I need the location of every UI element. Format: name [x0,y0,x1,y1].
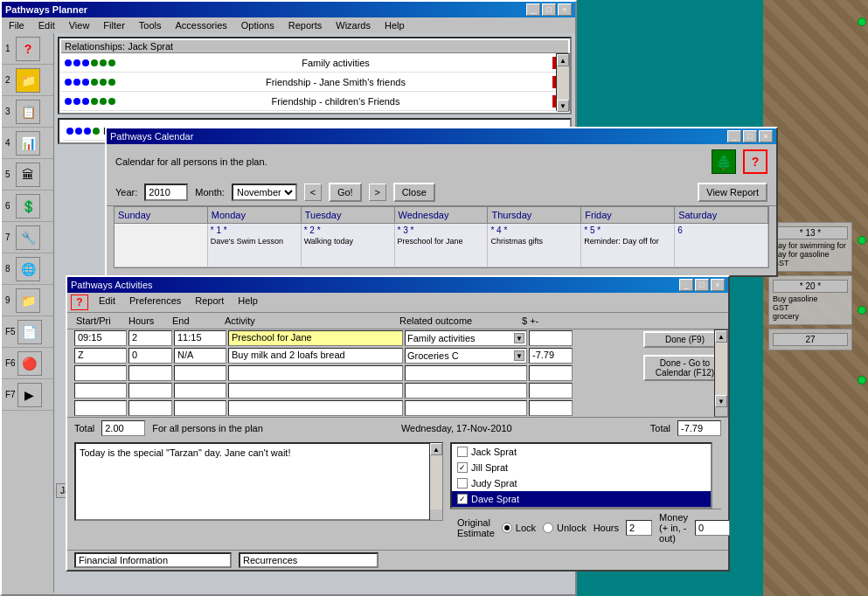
act-start-1[interactable]: 09:15 [74,330,127,346]
month-select[interactable]: November December January [232,184,297,201]
menu-view[interactable]: View [66,19,94,31]
act-activity-1[interactable]: Preschool for Jane [228,330,403,346]
year-input[interactable] [144,184,188,201]
close-button[interactable]: × [558,3,572,16]
cal-cell-6[interactable]: 6 [675,224,768,267]
person-dave-checkbox[interactable]: ✓ [457,494,468,504]
help-icon-cal[interactable]: ? [743,149,767,174]
act-amount-4[interactable] [529,383,573,398]
act-scrollbar[interactable]: ▲ ▼ [714,329,728,417]
act-minimize-btn[interactable]: _ [679,279,693,291]
menu-edit[interactable]: Edit [35,19,59,31]
cal-maximize-btn[interactable]: □ [743,130,757,142]
sidebar-item-9[interactable]: 9 📁 [2,285,53,316]
act-end-1[interactable]: 11:15 [174,330,226,346]
nav-dot-4[interactable] [858,376,866,385]
act-start-5[interactable] [74,400,127,416]
person-dave[interactable]: ✓ Dave Sprat [452,491,711,507]
cal-minimize-btn[interactable]: _ [727,130,741,142]
cal-cell-1[interactable]: * 1 * Dave's Swim Lesson [208,224,302,267]
act-start-2[interactable]: Z [74,348,127,364]
nav-dot-3[interactable] [858,306,866,315]
menu-wizards[interactable]: Wizards [332,19,374,31]
act-hours-2[interactable]: 0 [128,348,172,364]
person-judy-checkbox[interactable] [457,478,468,489]
close-button[interactable]: Close [393,183,435,202]
person-jill[interactable]: ✓ Jill Sprat [452,460,711,475]
lock-radio[interactable] [502,523,512,533]
cal-close-btn[interactable]: × [759,130,773,142]
total-amount-input[interactable] [677,420,721,436]
act-end-2[interactable]: N/A [174,348,226,364]
sidebar-item-2[interactable]: 2 📁 [2,65,53,96]
act-menu-report[interactable]: Report [191,295,227,310]
person-jack[interactable]: Jack Sprat [452,444,711,460]
act-maximize-btn[interactable]: □ [695,279,709,291]
scroll-down-btn[interactable]: ▼ [557,100,569,112]
act-outcome-5[interactable] [405,400,527,416]
menu-accessories[interactable]: Accessories [172,19,231,31]
outcome-dropdown-arrow-1[interactable]: ▼ [514,333,524,343]
act-hours-4[interactable] [128,383,172,398]
unlock-radio[interactable] [543,523,553,533]
act-menu-edit[interactable]: Edit [95,295,119,310]
act-menu-help[interactable]: Help [234,295,261,310]
act-end-4[interactable] [174,383,226,398]
est-hours-input[interactable] [626,520,652,536]
notes-textarea[interactable]: Today is the special "Tarzan" day. Jane … [74,442,443,521]
act-menu-preferences[interactable]: Preferences [126,295,184,310]
act-amount-1[interactable] [529,330,573,346]
act-close-btn[interactable]: × [711,279,725,291]
act-hours-5[interactable] [128,400,172,416]
total-hours-input[interactable] [101,420,145,436]
act-activity-2[interactable]: Buy milk and 2 loafs bread [228,348,403,364]
menu-help[interactable]: Help [381,19,408,31]
person-jack-checkbox[interactable] [457,447,468,457]
act-activity-3[interactable] [228,365,403,381]
act-hours-3[interactable] [128,365,172,381]
nav-dot-1[interactable] [858,17,866,26]
sidebar-item-5[interactable]: 5 🏛 [2,159,53,191]
menu-file[interactable]: File [5,19,28,31]
outcome-dropdown-arrow-2[interactable]: ▼ [514,350,524,361]
sidebar-item-8[interactable]: 8 🌐 [2,253,53,285]
act-outcome-4[interactable] [405,383,527,398]
sidebar-item-4[interactable]: 4 📊 [2,128,53,159]
sidebar-item-f5[interactable]: F5 📄 [2,316,53,348]
act-amount-2[interactable]: -7.79 [529,348,573,364]
sidebar-item-7[interactable]: 7 🔧 [2,222,53,253]
go-button[interactable]: Go! [329,183,362,202]
act-scroll-up[interactable]: ▲ [715,330,727,343]
cal-cell-2[interactable]: * 2 * Walking today [302,224,395,267]
act-activity-4[interactable] [228,383,403,398]
cal-cell-3[interactable]: * 3 * Preschool for Jane [395,224,489,267]
act-outcome-2[interactable]: Groceries C ▼ [405,348,527,364]
act-help-icon[interactable]: ? [71,295,88,310]
cal-cell-4[interactable]: * 4 * Christmas gifts [488,224,581,267]
scroll-up-btn[interactable]: ▲ [557,54,569,66]
person-jill-checkbox[interactable]: ✓ [457,462,468,473]
act-end-5[interactable] [174,400,226,416]
sidebar-item-f7[interactable]: F7 ▶ [2,379,53,411]
nav-dot-2[interactable] [858,236,866,245]
rel-scrollbar[interactable]: ▲ ▼ [556,53,570,111]
menu-filter[interactable]: Filter [100,19,128,31]
est-money-input[interactable] [695,520,730,536]
next-month-btn[interactable]: > [369,184,386,201]
sidebar-item-6[interactable]: 6 💲 [2,191,53,222]
act-amount-3[interactable] [529,365,573,381]
act-activity-5[interactable] [228,400,403,416]
cal-cell-5[interactable]: * 5 * Reminder: Day off for [581,224,675,267]
act-amount-5[interactable] [529,400,573,416]
act-outcome-1[interactable]: Family activities ▼ [405,330,527,346]
menu-tools[interactable]: Tools [135,19,165,31]
notes-scroll-up[interactable]: ▲ [430,443,442,455]
sidebar-item-1[interactable]: 1 ? [2,33,53,65]
person-judy[interactable]: Judy Sprat [452,475,711,491]
act-start-3[interactable] [74,365,127,381]
sidebar-item-f6[interactable]: F6 🔴 [2,348,53,379]
act-start-4[interactable] [74,383,127,398]
menu-options[interactable]: Options [238,19,278,31]
act-scroll-down[interactable]: ▼ [715,395,727,407]
maximize-button[interactable]: □ [542,3,556,16]
